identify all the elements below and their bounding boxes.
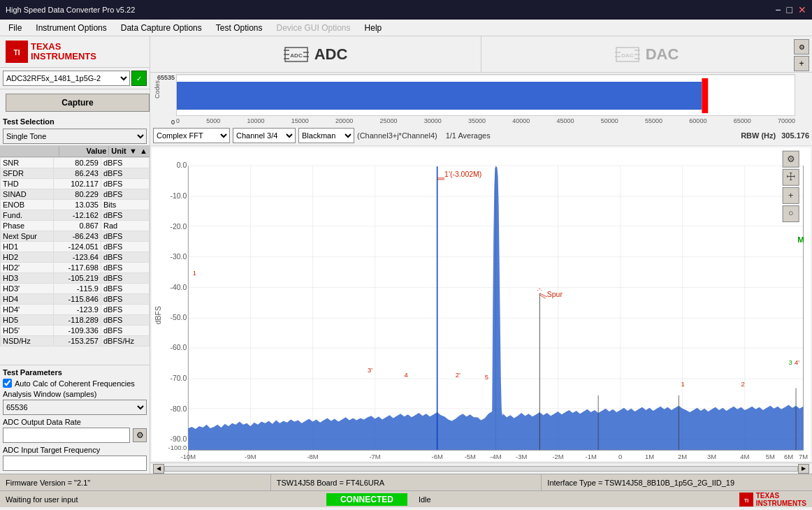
menu-instrument-options[interactable]: Instrument Options <box>30 22 112 34</box>
adc-input-freq-label: ADC Input Target Frequency <box>3 446 147 454</box>
settings-button[interactable]: ⚙ <box>794 39 809 54</box>
plus-button[interactable]: + <box>794 56 809 71</box>
adc-output-rate-input[interactable]: 20M <box>3 428 130 443</box>
menu-help[interactable]: Help <box>359 22 388 34</box>
metric-row: HD3' -115.9 dBFS <box>1 284 150 294</box>
firmware-status: Firmware Version = "2.1" <box>0 474 271 490</box>
test-selection-select[interactable]: Single Tone <box>3 129 147 144</box>
svg-text:ADC: ADC <box>290 52 303 59</box>
adc-input-freq-input[interactable]: 1.003002014G <box>3 456 147 471</box>
svg-text:+: + <box>788 191 793 201</box>
svg-text:6M: 6M <box>784 453 793 460</box>
svg-text:-9M: -9M <box>245 453 256 460</box>
h4-label: 4 <box>404 371 407 379</box>
metric-row: NSD/Hz -153.257 dBFS/Hz <box>1 336 150 347</box>
adc-output-rate-label: ADC Output Data Rate <box>3 418 147 426</box>
menu-device-gui: Device GUI Options <box>271 22 356 34</box>
svg-rect-17 <box>702 78 708 113</box>
metrics-col-unit: Unit ▼ ▲ <box>109 146 150 156</box>
metric-row: ENOB 13.035 Bits <box>1 200 150 210</box>
metric-row: HD4' -123.9 dBFS <box>1 305 150 315</box>
analysis-window-label: Analysis Window (samples) <box>3 390 147 398</box>
app-title: High Speed Data Converter Pro v5.22 <box>6 6 135 14</box>
menu-test-options[interactable]: Test Options <box>210 22 268 34</box>
svg-text:0: 0 <box>618 453 622 460</box>
adc-section: ADC ADC <box>150 36 481 72</box>
device-select[interactable]: ADC32RF5x_1481_1p5G-2 <box>3 71 130 86</box>
fft-type-select[interactable]: Complex FFT <box>153 128 230 143</box>
capture-area: Capture <box>0 89 150 116</box>
right-panel: ADC ADC DAC DAC ⚙ <box>150 36 812 474</box>
ti-logo-area: TI TEXAS INSTRUMENTS <box>0 36 150 68</box>
svg-text:7M: 7M <box>799 453 808 460</box>
metric-row: SFDR 86.243 dBFS <box>1 168 150 179</box>
svg-text:☩: ☩ <box>786 171 795 182</box>
metric-row: THD 102.117 dBFS <box>1 179 150 189</box>
device-confirm-button[interactable]: ✓ <box>131 71 147 86</box>
minimize-button[interactable]: − <box>775 4 781 15</box>
metric-row: HD5' -109.336 dBFS <box>1 326 150 336</box>
test-selection-area: Test Selection Single Tone <box>0 116 150 145</box>
adc-output-rate-gear[interactable]: ⚙ <box>133 428 147 442</box>
channel-select[interactable]: Channel 3/4 <box>233 128 296 143</box>
waveform-section: 65535 0 0 5000 10000 15000 20000 <box>152 74 811 126</box>
adc-output-rate-row: 20M ⚙ <box>3 428 147 443</box>
svg-text:○: ○ <box>788 208 794 218</box>
metric-row: Next Spur -86.243 dBFS <box>1 231 150 242</box>
metrics-col-value: Value <box>59 146 110 156</box>
metric-row: Fund. -12.162 dBFS <box>1 210 150 221</box>
metric-row: HD2' -117.698 dBFS <box>1 263 150 273</box>
ti-logo-statusbar: TI TEXAS INSTRUMENTS <box>734 492 812 507</box>
scrollbar-track[interactable] <box>164 466 798 472</box>
scrollbar-area: ◀ ▶ <box>150 462 812 474</box>
svg-text:TI: TI <box>744 498 748 503</box>
menu-file[interactable]: File <box>3 22 27 34</box>
h2-marker: 2 <box>741 381 744 388</box>
h1-marker: 1 <box>681 381 685 388</box>
svg-text:TI: TI <box>14 49 20 57</box>
analysis-window-select[interactable]: 65536 <box>3 400 147 415</box>
svg-text:-70.0: -70.0 <box>170 374 187 382</box>
menubar: File Instrument Options Data Capture Opt… <box>0 20 812 36</box>
maximize-button[interactable]: □ <box>787 4 792 15</box>
svg-text:-4M: -4M <box>490 453 501 460</box>
connected-badge: CONNECTED <box>326 493 407 506</box>
h2prime-label: 2' <box>456 371 461 379</box>
metric-row: HD5 -118.289 dBFS <box>1 315 150 326</box>
board-status: TSW14J58 Board = FT4L6URA <box>271 474 542 490</box>
window-controls: − □ ✕ <box>775 4 806 15</box>
svg-text:-10M: -10M <box>181 453 196 460</box>
scroll-right-button[interactable]: ▶ <box>798 464 809 474</box>
ti-logo-box: TI <box>6 41 28 63</box>
metric-row: HD2 -123.64 dBFS <box>1 252 150 263</box>
titlebar: High Speed Data Converter Pro v5.22 − □ … <box>0 0 812 20</box>
idle-status: Idle <box>413 495 734 504</box>
svg-text:-30.0: -30.0 <box>170 253 187 261</box>
dac-section: DAC DAC <box>481 36 812 72</box>
marker1-label: 1 <box>193 269 196 277</box>
test-selection-label: Test Selection <box>0 116 150 127</box>
svg-text:-60.0: -60.0 <box>170 344 187 351</box>
svg-text:5M: 5M <box>766 453 775 460</box>
auto-calc-checkbox[interactable] <box>3 379 12 388</box>
scroll-left-button[interactable]: ◀ <box>153 464 164 474</box>
svg-text:-8M: -8M <box>307 453 318 460</box>
menu-data-capture[interactable]: Data Capture Options <box>115 22 208 34</box>
adc-label: ADC <box>314 45 348 64</box>
close-button[interactable]: ✕ <box>798 4 806 15</box>
svg-text:-90.0: -90.0 <box>170 435 187 443</box>
metric-row: SNR 80.259 dBFS <box>1 158 150 168</box>
capture-button[interactable]: Capture <box>6 94 150 112</box>
left-panel: TI TEXAS INSTRUMENTS ADC32RF5x_1481_1p5G… <box>0 36 150 474</box>
metrics-header: Value Unit ▼ ▲ <box>0 145 150 157</box>
tool-buttons: ⚙ + <box>794 39 809 71</box>
svg-text:-40.0: -40.0 <box>170 284 187 291</box>
svg-text:-3M: -3M <box>516 453 527 460</box>
svg-text:-7M: -7M <box>369 453 380 460</box>
window-select[interactable]: Blackman <box>298 128 354 143</box>
ti-logo-text-statusbar: TEXAS INSTRUMENTS <box>756 492 806 507</box>
statusbar1: Firmware Version = "2.1" TSW14J58 Board … <box>0 474 812 490</box>
waveform-x-labels: 0 5000 10000 15000 20000 25000 30000 350… <box>176 117 795 126</box>
svg-text:-2M: -2M <box>552 453 563 460</box>
svg-text:3M: 3M <box>707 453 716 460</box>
